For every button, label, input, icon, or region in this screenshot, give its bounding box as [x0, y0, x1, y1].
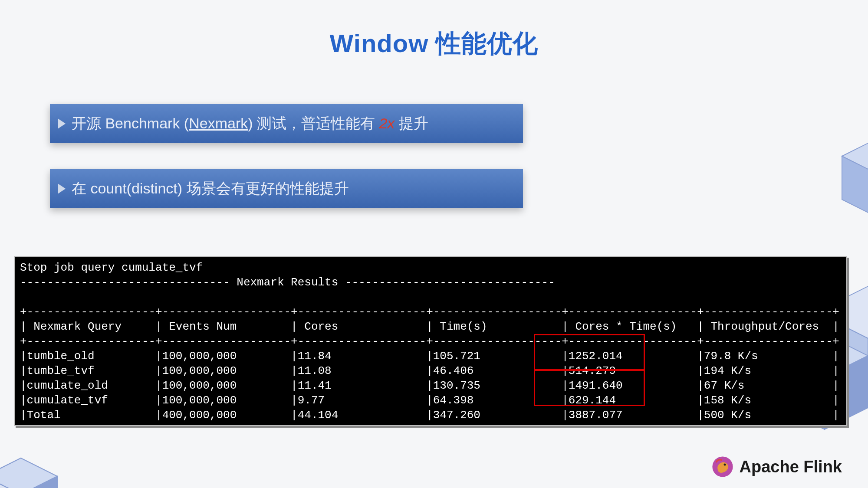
table-header: | Nexmark Query | Events Num | Cores | T… [20, 320, 839, 333]
slide-title: Window 性能优化 [0, 27, 868, 61]
svg-marker-6 [842, 139, 868, 174]
svg-marker-2 [21, 476, 57, 488]
svg-point-16 [723, 463, 726, 465]
bullet-1-text: 开源 Benchmark (Nexmark) 测试，普适性能有 2x 提升 [72, 114, 428, 134]
table-row: |Total |400,000,000 |44.104 |347.260 |38… [20, 409, 839, 422]
table-row: |cumulate_tvf |100,000,000 |9.77 |64.398… [20, 394, 839, 407]
table-row: |tumble_old |100,000,000 |11.84 |105.721… [20, 350, 839, 363]
table-row: |tumble_tvf |100,000,000 |11.08 |46.406 … [20, 364, 839, 377]
svg-marker-7 [842, 156, 868, 217]
bullet-2-text: 在 count(distinct) 场景会有更好的性能提升 [72, 179, 349, 199]
table-row: |cumulate_old |100,000,000 |11.41 |130.7… [20, 379, 839, 392]
terminal-banner: ------------------------------- Nexmark … [20, 276, 555, 289]
table-sep: +-------------------+-------------------… [20, 423, 839, 426]
flink-logo-icon [711, 455, 734, 478]
chevron-right-icon [58, 118, 66, 129]
svg-marker-3 [0, 481, 30, 488]
bullet-benchmark: 开源 Benchmark (Nexmark) 测试，普适性能有 2x 提升 [50, 104, 523, 143]
nexmark-link[interactable]: Nexmark [189, 115, 248, 131]
chevron-right-icon [58, 183, 66, 194]
speedup-value: 2x [379, 115, 395, 131]
terminal-output: Stop job query cumulate_tvf ------------… [14, 256, 847, 426]
svg-marker-1 [0, 476, 21, 488]
table-sep: +-------------------+-------------------… [20, 305, 839, 318]
footer-brand: Apache Flink [711, 455, 842, 478]
bullet-count-distinct: 在 count(distinct) 场景会有更好的性能提升 [50, 169, 523, 208]
terminal-stop-line: Stop job query cumulate_tvf [20, 261, 203, 274]
table-sep: +-------------------+-------------------… [20, 335, 839, 348]
footer-brand-text: Apache Flink [740, 458, 842, 476]
svg-marker-0 [0, 458, 57, 488]
